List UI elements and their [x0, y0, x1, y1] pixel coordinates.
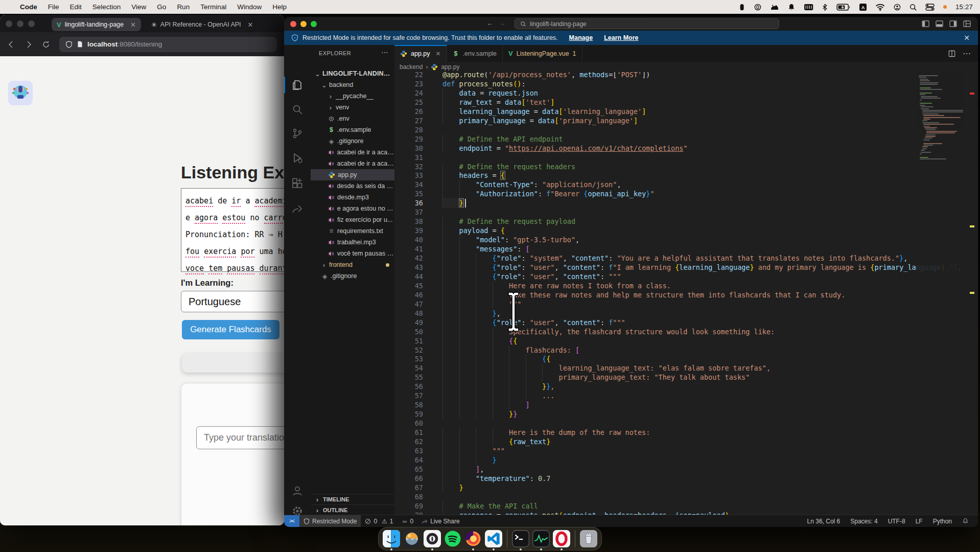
status-eol[interactable]: LF — [912, 518, 927, 525]
menu-item-selection[interactable]: Selection — [92, 3, 121, 11]
editor-tab-listeningpage.vue[interactable]: VListeningPage.vue1 — [503, 45, 582, 62]
breadcrumb-file[interactable]: app.py — [441, 63, 459, 71]
input-source-a-icon[interactable]: A — [859, 4, 867, 11]
editor-tab-app.py[interactable]: app.py✕ — [394, 45, 447, 62]
dock-firefox-icon[interactable] — [464, 530, 482, 547]
forward-icon[interactable] — [25, 40, 33, 49]
reload-icon[interactable] — [42, 40, 50, 49]
file-row-app.py[interactable]: app.py — [311, 169, 394, 180]
zoom-window-button[interactable] — [28, 20, 35, 27]
dock-onepassword-icon[interactable] — [424, 530, 441, 547]
menu-item-terminal[interactable]: Terminal — [200, 3, 226, 11]
panel-bottom-toggle-icon[interactable] — [936, 20, 943, 28]
menu-item-edit[interactable]: Edit — [70, 3, 82, 11]
notifications-bell-icon[interactable] — [958, 518, 973, 524]
banner-close-icon[interactable]: ✕ — [964, 34, 970, 42]
browser-window-controls[interactable] — [0, 20, 39, 27]
menu-item-run[interactable]: Run — [177, 3, 190, 11]
breadcrumb[interactable]: backend › app.py — [394, 62, 978, 72]
spotlight-search-icon[interactable] — [909, 4, 917, 11]
dock-photos-icon[interactable] — [403, 530, 421, 547]
file-row--pycache-[interactable]: ›__pycache__ — [311, 90, 394, 102]
do-not-disturb-icon[interactable] — [754, 4, 761, 11]
learn-more-link[interactable]: Learn More — [604, 34, 638, 41]
dock-trash-icon[interactable] — [580, 530, 597, 547]
restricted-mode-status[interactable]: Restricted Mode — [299, 515, 361, 527]
close-window-button[interactable] — [290, 21, 296, 27]
generate-flashcards-button[interactable]: Generate Flashcards — [182, 320, 279, 339]
language-select[interactable]: Portuguese — [181, 291, 284, 312]
audio-player-placeholder[interactable] — [182, 353, 284, 373]
split-editor-icon[interactable] — [948, 50, 955, 57]
clock[interactable]: 15:27 — [955, 3, 973, 11]
close-tab-icon[interactable]: ✕ — [436, 50, 441, 57]
editor-tab-.env.sample[interactable]: $.env.sample — [447, 45, 503, 62]
file-row-.gitignore[interactable]: ◈.gitignore — [311, 270, 394, 282]
status-language-mode[interactable]: Python — [929, 518, 956, 525]
file-row-requirements.txt[interactable]: ≡requirements.txt — [311, 225, 394, 237]
minimize-window-button[interactable] — [300, 21, 307, 27]
more-actions-icon[interactable]: ⋯ — [963, 49, 971, 58]
bluetooth-icon[interactable] — [822, 4, 828, 11]
zoom-window-button[interactable] — [311, 21, 317, 27]
back-icon[interactable] — [7, 40, 15, 49]
status-encoding[interactable]: UTF-8 — [884, 518, 909, 525]
search-view-icon[interactable] — [291, 103, 304, 116]
menu-item-file[interactable]: File — [48, 3, 59, 11]
page-icon[interactable] — [77, 41, 83, 48]
manage-link[interactable]: Manage — [569, 34, 593, 41]
dock-spotify-icon[interactable] — [444, 530, 461, 547]
layout-toggle-icon[interactable] — [963, 20, 971, 28]
close-tab-icon[interactable]: ✕ — [130, 21, 136, 29]
stats-animal-icon[interactable] — [770, 4, 779, 11]
minimap[interactable] — [917, 72, 964, 515]
file-row-voc-tem-pausas-d...[interactable]: você tem pausas d... — [311, 248, 394, 259]
problems-status[interactable]: 0 ⚠ 1 — [361, 515, 397, 527]
dock-terminal-icon[interactable] — [512, 530, 529, 547]
vscode-window-controls[interactable] — [284, 21, 321, 27]
file-row-acabei-de-ir-a-acad...[interactable]: acabei de ir a acad... — [311, 147, 394, 158]
panel-left-toggle-icon[interactable] — [922, 20, 929, 28]
address-bar[interactable]: localhost:8080/listening — [59, 37, 277, 52]
menu-item-view[interactable]: View — [131, 3, 146, 11]
dock-vscode-icon[interactable] — [485, 530, 502, 547]
ext-view-icon[interactable] — [291, 177, 304, 190]
dock-finder-icon[interactable] — [383, 530, 400, 547]
menu-item-help[interactable]: Help — [272, 3, 287, 11]
file-row-frontend[interactable]: ›frontend — [311, 259, 394, 270]
file-row-lingolift-landing-pa...[interactable]: ⌄LINGOLIFT-LANDING-PA... — [311, 68, 394, 79]
browser-tab-2[interactable]: ✳API Reference - OpenAI API✕ — [146, 18, 259, 31]
file-row-acabei-de-ir-a-acad...[interactable]: acabei de ir a acad... — [311, 158, 394, 169]
code-editor[interactable]: 22@app.route('/api/process_notes', metho… — [394, 72, 978, 515]
menu-item-go[interactable]: Go — [157, 3, 166, 11]
files-view-icon[interactable] — [291, 79, 304, 91]
ports-status[interactable]: 0 — [398, 515, 418, 527]
user-circle-icon[interactable] — [894, 4, 901, 11]
keyboard-icon[interactable] — [804, 4, 813, 11]
status-cursor-position[interactable]: Ln 36, Col 6 — [803, 518, 845, 525]
status-indentation[interactable]: Spaces: 4 — [846, 518, 881, 525]
browser-tab-1[interactable]: Vlingolift-landing-page✕ — [52, 18, 141, 31]
shield-icon[interactable] — [65, 41, 73, 48]
panel-timeline[interactable]: ›TIMELINE — [311, 494, 394, 504]
file-row-desde.mp3[interactable]: desde.mp3 — [311, 192, 394, 203]
file-row-desde-s-seis-da-m...[interactable]: desde às seis da m... — [311, 180, 394, 192]
file-row-trabalhei.mp3[interactable]: trabalhei.mp3 — [311, 237, 394, 248]
translation-input[interactable]: Type your translation — [196, 426, 284, 449]
file-row-.env[interactable]: .env — [311, 113, 394, 124]
command-center-search[interactable]: lingolift-landing-page — [515, 18, 779, 29]
minimize-window-button[interactable] — [17, 20, 24, 27]
explorer-actions-icon[interactable]: ⋯ — [381, 48, 388, 56]
notifications-bell-icon[interactable] — [788, 4, 795, 11]
wifi-icon[interactable] — [875, 4, 885, 11]
live-share-status[interactable]: Live Share — [417, 515, 463, 527]
breadcrumb-folder[interactable]: backend — [400, 63, 423, 71]
history-forward-icon[interactable]: → — [499, 19, 506, 27]
debug-view-icon[interactable] — [291, 152, 304, 164]
file-row-venv[interactable]: ›venv — [311, 102, 394, 113]
remote-indicator[interactable]: >< — [284, 515, 299, 527]
dock-activity-monitor-icon[interactable] — [532, 530, 550, 547]
scm-view-icon[interactable] — [291, 127, 304, 140]
menu-item-code[interactable]: Code — [20, 3, 37, 11]
dock-opera-icon[interactable] — [553, 530, 570, 547]
